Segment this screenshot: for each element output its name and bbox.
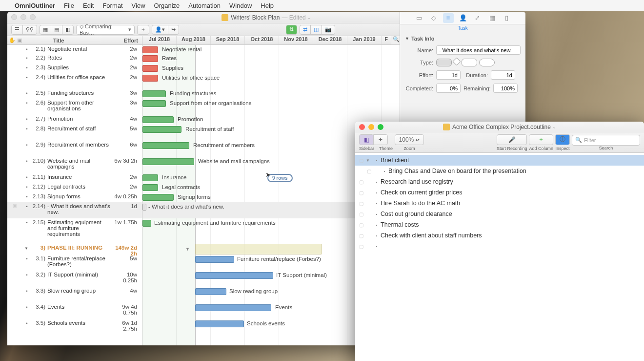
month-sep[interactable]: Sep 2018 bbox=[211, 36, 245, 44]
month-jul[interactable]: Jul 2018 bbox=[142, 36, 177, 44]
app-name-menu[interactable]: OmniOutliner bbox=[15, 2, 55, 9]
inspector-tab-styles[interactable]: ⤢ bbox=[472, 13, 483, 23]
task-row[interactable]: •2.5)Funding structures3w bbox=[7, 89, 142, 99]
gantt-bar[interactable] bbox=[195, 256, 234, 263]
catch-up-button[interactable]: ↪ bbox=[168, 25, 179, 35]
gantt-bar[interactable] bbox=[142, 65, 158, 72]
handle-icon[interactable]: ✋ bbox=[7, 37, 17, 43]
month-nov[interactable]: Nov 2018 bbox=[279, 36, 313, 44]
screenshot-button[interactable]: 📷 bbox=[322, 25, 335, 35]
sidebar-button[interactable]: ◧ bbox=[359, 134, 374, 145]
outline-row[interactable]: ▢•Research land use registry bbox=[355, 176, 644, 187]
gantt-bar[interactable] bbox=[142, 90, 166, 97]
task-row[interactable]: •2.12)Legal contracts2w bbox=[7, 183, 142, 192]
close-button[interactable] bbox=[11, 14, 17, 20]
gantt-bar[interactable] bbox=[195, 288, 226, 295]
close-button[interactable] bbox=[359, 124, 365, 130]
inspector-tab-doc[interactable]: ▯ bbox=[502, 13, 512, 23]
task-row[interactable]: •2.9)Recruitment of members6w bbox=[7, 141, 142, 157]
sync-button[interactable]: ⇄ bbox=[300, 25, 311, 35]
type-milestone[interactable] bbox=[453, 58, 461, 66]
menu-window[interactable]: Window bbox=[229, 2, 252, 9]
baseline-select[interactable]: ◇ Comparing: Bas…▾ bbox=[76, 25, 135, 35]
inspector-tab-project[interactable]: ▭ bbox=[414, 13, 424, 23]
task-row[interactable]: •2.13)Signup forms4w 0.25h bbox=[7, 192, 142, 202]
month-jan[interactable]: Jan 2019 bbox=[347, 36, 382, 44]
chevron-down-icon[interactable]: ⌄ bbox=[307, 15, 311, 20]
month-dec[interactable]: Dec 2018 bbox=[313, 36, 347, 44]
inspect-button[interactable]: ⓘ bbox=[555, 134, 570, 145]
task-row[interactable]: •3.3)Slow reading group4w bbox=[7, 287, 142, 303]
task-row[interactable]: •3.2)IT Support (minimal)10w 0.25h bbox=[7, 271, 142, 287]
task-row[interactable]: •2.3)Supplies2w bbox=[7, 64, 142, 73]
outline-row[interactable]: ▢•Thermal costs bbox=[355, 219, 644, 230]
type-group[interactable] bbox=[479, 59, 495, 66]
status-box[interactable]: ▢ bbox=[359, 244, 366, 249]
gantt-bar[interactable] bbox=[142, 46, 158, 53]
inspector-tab-milestones[interactable]: ◇ bbox=[428, 13, 439, 23]
view-calendar-button[interactable]: ▦ bbox=[40, 25, 51, 35]
task-row[interactable]: •2.8)Recruitment of staff5w bbox=[7, 125, 142, 141]
gantt-bar[interactable] bbox=[195, 320, 244, 327]
search-field[interactable]: 🔍Filter bbox=[572, 135, 640, 146]
add-task-button[interactable]: ＋ bbox=[137, 25, 149, 35]
inspector-tab-resource[interactable]: 👤 bbox=[458, 13, 468, 23]
dashboard-button[interactable]: ◫ bbox=[310, 25, 322, 35]
gantt-bar[interactable] bbox=[142, 194, 174, 201]
type-task[interactable] bbox=[436, 59, 452, 66]
status-box[interactable]: ▢ bbox=[359, 190, 366, 195]
task-row[interactable]: •3.1)Furniture rental/replace (Forbes?)5… bbox=[7, 255, 142, 271]
titlebar2[interactable]: Acme Office Complex Project.ooutline ⌄ bbox=[355, 122, 644, 132]
task-row[interactable]: •2.15)Estimating equipment and furniture… bbox=[7, 218, 142, 244]
duration-input[interactable] bbox=[491, 70, 515, 80]
task-row[interactable]: ▣•2.14)- What it does and what's new.1d bbox=[7, 202, 142, 218]
gantt-bar[interactable] bbox=[142, 184, 158, 191]
month-aug[interactable]: Aug 2018 bbox=[177, 36, 211, 44]
gantt-bar[interactable] bbox=[142, 142, 189, 149]
gantt-bar[interactable] bbox=[142, 220, 151, 227]
menu-organize[interactable]: Organize bbox=[154, 2, 180, 9]
status-header-icon[interactable]: ▣ bbox=[17, 37, 24, 43]
menu-view[interactable]: View bbox=[132, 2, 145, 9]
gantt-bar[interactable] bbox=[142, 116, 174, 123]
outline-row[interactable]: ▢▼•Brief client bbox=[355, 155, 644, 166]
outline-row[interactable]: ▢•Bring Chas and Dave on board for the p… bbox=[355, 166, 644, 176]
view-network-button[interactable]: ▤ bbox=[51, 25, 62, 35]
remaining-input[interactable] bbox=[493, 84, 518, 93]
gantt-bar[interactable] bbox=[142, 158, 194, 165]
publish-button[interactable]: ⇅ bbox=[286, 25, 297, 35]
outline-row[interactable]: ▢•Cost out ground clearance bbox=[355, 209, 644, 219]
theme-button[interactable]: ✦ bbox=[373, 134, 388, 145]
task-row[interactable]: •2.1)Negotiate rental2w bbox=[7, 45, 142, 54]
outline-row[interactable]: ▢•Check with client about staff numbers bbox=[355, 230, 644, 241]
status-box[interactable]: ▢ bbox=[359, 233, 366, 238]
effort-header[interactable]: Effort bbox=[112, 38, 142, 43]
gantt-bar[interactable] bbox=[142, 75, 158, 82]
outline-body[interactable]: ▢▼•Brief client▢•Bring Chas and Dave on … bbox=[355, 153, 644, 254]
task-row[interactable]: •3.5)Schools events6w 1d 2.75h bbox=[7, 319, 142, 335]
gantt-bar[interactable] bbox=[195, 272, 273, 279]
outline-row[interactable]: ▢•Check on current girder prices bbox=[355, 187, 644, 198]
menu-automation[interactable]: Automation bbox=[188, 2, 221, 9]
task-row[interactable]: •3.4)Events9w 4d 0.75h bbox=[7, 303, 142, 319]
type-hammock[interactable] bbox=[462, 59, 477, 66]
status-box[interactable]: ▢ bbox=[359, 222, 366, 228]
minimize-button[interactable] bbox=[20, 14, 26, 20]
outline-row[interactable]: ▢•Hire Sarah to do the AC math bbox=[355, 198, 644, 209]
inspector-tab-custom[interactable]: ▦ bbox=[487, 13, 498, 23]
month-oct[interactable]: Oct 2018 bbox=[245, 36, 279, 44]
status-box[interactable]: ▢ bbox=[359, 201, 366, 206]
task-info-header[interactable]: ▼Task Info bbox=[405, 36, 521, 42]
status-box[interactable]: ▢ bbox=[359, 158, 366, 163]
assign-resource-button[interactable]: 👤▾ bbox=[152, 25, 168, 35]
outline-row[interactable]: ▢• bbox=[355, 241, 644, 252]
effort-input[interactable] bbox=[436, 70, 461, 80]
gantt-bar[interactable] bbox=[195, 304, 271, 311]
zoom-selector[interactable]: 100% ▴▾ bbox=[395, 134, 424, 145]
zoom-button[interactable] bbox=[30, 14, 36, 20]
task-row[interactable]: •2.6)Support from other organisations3w bbox=[7, 99, 142, 115]
inspector-tab-task[interactable]: ≡ bbox=[443, 13, 454, 23]
status-box[interactable]: ▢ bbox=[359, 179, 366, 185]
name-input[interactable] bbox=[436, 45, 521, 55]
task-row[interactable]: •2.4)Utilities for office space2w bbox=[7, 73, 142, 89]
